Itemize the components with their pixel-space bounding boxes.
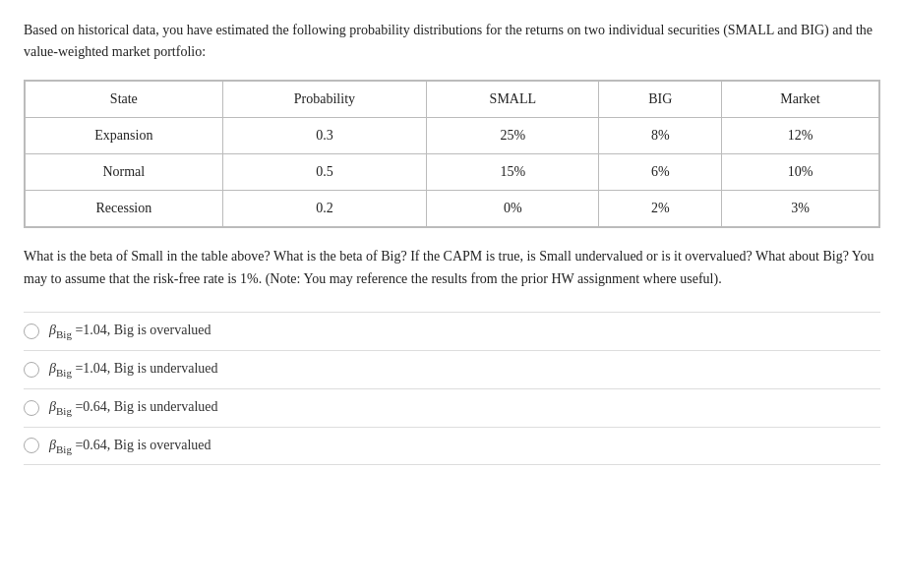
table-row: Recession0.20%2%3%: [26, 191, 879, 227]
answer-option-opt2[interactable]: βBig =1.04, Big is undervalued: [24, 350, 880, 388]
radio-button[interactable]: [24, 438, 39, 453]
option-label: βBig =1.04, Big is undervalued: [49, 361, 218, 379]
data-table: State Probability SMALL BIG Market Expan…: [24, 80, 880, 228]
radio-button[interactable]: [24, 362, 39, 378]
intro-text: Based on historical data, you have estim…: [24, 20, 880, 62]
option-label: βBig =0.64, Big is undervalued: [49, 399, 218, 417]
table-cell: Expansion: [26, 118, 223, 154]
col-header-small: SMALL: [427, 82, 599, 118]
question-text: What is the beta of Small in the table a…: [24, 246, 880, 290]
option-label: βBig =0.64, Big is overvalued: [49, 438, 211, 455]
table-row: Expansion0.325%8%12%: [26, 118, 879, 154]
table-cell: 15%: [427, 154, 599, 191]
table-cell: 6%: [599, 154, 721, 191]
table-cell: 0.5: [222, 154, 427, 191]
radio-button[interactable]: [24, 400, 39, 416]
answer-option-opt4[interactable]: βBig =0.64, Big is overvalued: [24, 427, 880, 466]
table-cell: 2%: [599, 191, 721, 227]
col-header-market: Market: [721, 82, 878, 118]
table-cell: 0.2: [222, 191, 427, 227]
option-label: βBig =1.04, Big is overvalued: [49, 323, 211, 340]
table-cell: 25%: [427, 118, 599, 154]
table-row: Normal0.515%6%10%: [26, 154, 879, 191]
table-cell: 0%: [427, 191, 599, 227]
table-cell: 12%: [721, 118, 878, 154]
answer-option-opt1[interactable]: βBig =1.04, Big is overvalued: [24, 312, 880, 350]
radio-button[interactable]: [24, 323, 39, 339]
col-header-probability: Probability: [222, 82, 427, 118]
table-cell: 8%: [599, 118, 721, 154]
table-cell: 10%: [721, 154, 878, 191]
answer-options: βBig =1.04, Big is overvaluedβBig =1.04,…: [24, 312, 880, 465]
table-cell: Recession: [26, 191, 223, 227]
answer-option-opt3[interactable]: βBig =0.64, Big is undervalued: [24, 388, 880, 427]
table-cell: 3%: [721, 191, 878, 227]
col-header-big: BIG: [599, 82, 721, 118]
col-header-state: State: [26, 82, 223, 118]
table-cell: 0.3: [222, 118, 427, 154]
table-cell: Normal: [26, 154, 223, 191]
